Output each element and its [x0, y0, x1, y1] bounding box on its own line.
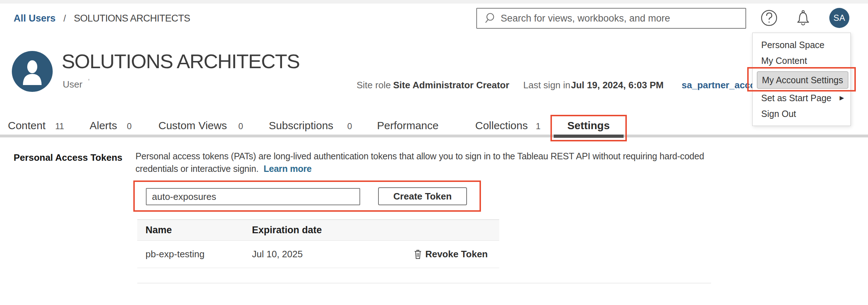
- tab-subscriptions[interactable]: Subscriptions: [269, 119, 333, 132]
- pat-section-label: Personal Access Tokens: [14, 152, 122, 163]
- account-menu: Personal Space My Content My Account Set…: [752, 33, 851, 126]
- last-sign-in-value: Jul 19, 2024, 6:03 PM: [571, 80, 664, 91]
- pat-description: Personal access tokens (PATs) are long-l…: [135, 150, 723, 175]
- help-icon[interactable]: [760, 9, 778, 27]
- token-name-cell: pb-exp-testing: [137, 249, 252, 260]
- tab-custom-views[interactable]: Custom Views: [158, 119, 227, 132]
- header-name: Name: [137, 225, 252, 236]
- token-name-input[interactable]: [146, 188, 360, 205]
- menu-item-sign-out[interactable]: Sign Out: [753, 106, 850, 122]
- tab-performance[interactable]: Performance: [377, 119, 439, 132]
- tab-settings[interactable]: Settings: [567, 119, 610, 132]
- tab-settings-underline: [554, 135, 624, 138]
- search-box[interactable]: [476, 8, 746, 29]
- tab-content-count[interactable]: 11: [55, 121, 64, 131]
- last-sign-in-label: Last sign in: [523, 80, 571, 91]
- site-role-label: Site role: [357, 80, 391, 91]
- trash-icon: [414, 249, 422, 259]
- revoke-token-button[interactable]: Revoke Token: [414, 249, 499, 260]
- breadcrumb: All Users / SOLUTIONS ARCHITECTS: [14, 13, 190, 24]
- menu-item-my-content[interactable]: My Content: [753, 53, 850, 69]
- pat-description-line2: credentials or interactive signin.Learn …: [135, 163, 723, 175]
- menu-item-my-account-settings[interactable]: My Account Settings: [753, 70, 850, 90]
- token-expiration-cell: Jul 10, 2025: [252, 249, 414, 260]
- tab-subscriptions-count[interactable]: 0: [347, 121, 352, 131]
- menu-item-personal-space[interactable]: Personal Space: [753, 37, 850, 53]
- site-role-value: Site Administrator Creator: [393, 80, 509, 91]
- revoke-token-label: Revoke Token: [425, 249, 488, 260]
- person-icon: [12, 51, 53, 92]
- avatar-initials: SA: [833, 13, 845, 23]
- page-title: SOLUTIONS ARCHITECTS: [62, 50, 300, 73]
- token-table: Name Expiration date pb-exp-testing Jul …: [137, 219, 499, 268]
- tab-content[interactable]: Content: [8, 119, 46, 132]
- tab-collections-count[interactable]: 1: [536, 121, 540, 131]
- bell-icon[interactable]: [793, 8, 813, 27]
- submenu-arrow-icon: ▶: [840, 90, 844, 106]
- breadcrumb-current: SOLUTIONS ARCHITECTS: [74, 13, 190, 24]
- tab-alerts-count[interactable]: 0: [127, 121, 132, 131]
- tab-track: [0, 135, 868, 137]
- search-icon: [484, 12, 496, 24]
- section-divider: [137, 283, 711, 283]
- account-name-link[interactable]: sa_partner_accou: [682, 80, 762, 91]
- create-token-button[interactable]: Create Token: [378, 187, 467, 205]
- header-expiration-date: Expiration date: [252, 225, 499, 236]
- breadcrumb-separator: /: [63, 13, 66, 24]
- breadcrumb-all-users-link[interactable]: All Users: [14, 13, 56, 24]
- top-strip: [0, 0, 868, 4]
- menu-item-set-as-start-page[interactable]: Set as Start Page ▶: [753, 90, 850, 106]
- search-input[interactable]: [501, 9, 745, 28]
- profile-avatar: [12, 51, 53, 92]
- my-account-settings-highlight: My Account Settings: [757, 71, 848, 89]
- learn-more-link[interactable]: Learn more: [263, 164, 311, 174]
- tab-custom-views-count[interactable]: 0: [238, 121, 243, 131]
- profile-subtitle-mark: ': [88, 78, 90, 86]
- table-row: pb-exp-testing Jul 10, 2025 Revoke Token: [137, 241, 499, 268]
- tab-alerts[interactable]: Alerts: [90, 119, 117, 132]
- pat-description-line1: Personal access tokens (PATs) are long-l…: [135, 150, 723, 163]
- profile-subtitle: User: [63, 79, 82, 90]
- tab-collections[interactable]: Collections: [475, 119, 528, 132]
- user-avatar-button[interactable]: SA: [829, 8, 849, 28]
- token-table-header: Name Expiration date: [137, 219, 499, 241]
